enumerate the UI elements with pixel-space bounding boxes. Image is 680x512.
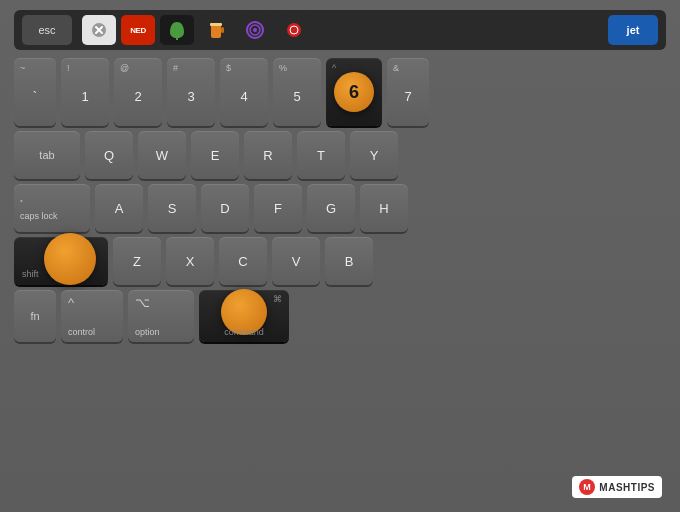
mashtips-badge: M MASHTIPS bbox=[572, 476, 662, 498]
number-row: ~ ` ! 1 @ 2 # 3 $ 4 % 5 ^ 6 & 7 bbox=[14, 58, 666, 126]
key-4[interactable]: $ 4 bbox=[220, 58, 268, 126]
key-6[interactable]: ^ 6 bbox=[326, 58, 382, 126]
svg-point-9 bbox=[253, 28, 257, 32]
key-7[interactable]: & 7 bbox=[387, 58, 429, 126]
qwerty-row: tab Q W E R T Y bbox=[14, 131, 666, 179]
svg-rect-4 bbox=[211, 24, 221, 38]
key-5[interactable]: % 5 bbox=[273, 58, 321, 126]
key-control[interactable]: ^ control bbox=[61, 290, 123, 342]
touchbar-app-jet[interactable]: jet bbox=[608, 15, 658, 45]
key-backtick[interactable]: ~ ` bbox=[14, 58, 56, 126]
key-x[interactable]: X bbox=[166, 237, 214, 285]
touchbar-app-rec[interactable] bbox=[277, 15, 311, 45]
key-option[interactable]: ⌥ option bbox=[128, 290, 194, 342]
key-h[interactable]: H bbox=[360, 184, 408, 232]
key-3[interactable]: # 3 bbox=[167, 58, 215, 126]
key-left-shift[interactable]: shift bbox=[14, 237, 108, 285]
key-w[interactable]: W bbox=[138, 131, 186, 179]
key-s[interactable]: S bbox=[148, 184, 196, 232]
key-r[interactable]: R bbox=[244, 131, 292, 179]
key-y[interactable]: Y bbox=[350, 131, 398, 179]
key-caps-lock[interactable]: • caps lock bbox=[14, 184, 90, 232]
key-fn[interactable]: fn bbox=[14, 290, 56, 342]
touchbar-app-close[interactable] bbox=[82, 15, 116, 45]
key-2[interactable]: @ 2 bbox=[114, 58, 162, 126]
svg-point-11 bbox=[290, 26, 298, 34]
asdf-row: • caps lock A S D F G H bbox=[14, 184, 666, 232]
touch-bar: esc NED jet bbox=[14, 10, 666, 50]
key-f[interactable]: F bbox=[254, 184, 302, 232]
touchbar-app-beer[interactable] bbox=[199, 15, 233, 45]
key-command[interactable]: ⌘ command bbox=[199, 290, 289, 342]
svg-rect-6 bbox=[221, 27, 224, 33]
zxcv-row: shift Z X C V B bbox=[14, 237, 666, 285]
mashtips-text: MASHTIPS bbox=[599, 482, 655, 493]
touchbar-app-ned[interactable]: NED bbox=[121, 15, 155, 45]
touchbar-apps: NED bbox=[82, 15, 311, 45]
key-e[interactable]: E bbox=[191, 131, 239, 179]
svg-rect-5 bbox=[210, 23, 222, 26]
key-g[interactable]: G bbox=[307, 184, 355, 232]
key-t[interactable]: T bbox=[297, 131, 345, 179]
key-a[interactable]: A bbox=[95, 184, 143, 232]
key-q[interactable]: Q bbox=[85, 131, 133, 179]
shift-orange-dot bbox=[44, 233, 96, 285]
key-c[interactable]: C bbox=[219, 237, 267, 285]
key-d[interactable]: D bbox=[201, 184, 249, 232]
key-6-orange-dot: 6 bbox=[334, 72, 374, 112]
keyboard-container: esc NED jet bbox=[0, 0, 680, 512]
key-b[interactable]: B bbox=[325, 237, 373, 285]
bottom-row: fn ^ control ⌥ option ⌘ command bbox=[14, 290, 666, 342]
key-z[interactable]: Z bbox=[113, 237, 161, 285]
key-1[interactable]: ! 1 bbox=[61, 58, 109, 126]
key-v[interactable]: V bbox=[272, 237, 320, 285]
touchbar-app-leaf[interactable] bbox=[160, 15, 194, 45]
key-tab[interactable]: tab bbox=[14, 131, 80, 179]
mashtips-logo: M bbox=[579, 479, 595, 495]
touchbar-app-spiral[interactable] bbox=[238, 15, 272, 45]
touchbar-esc-key[interactable]: esc bbox=[22, 15, 72, 45]
